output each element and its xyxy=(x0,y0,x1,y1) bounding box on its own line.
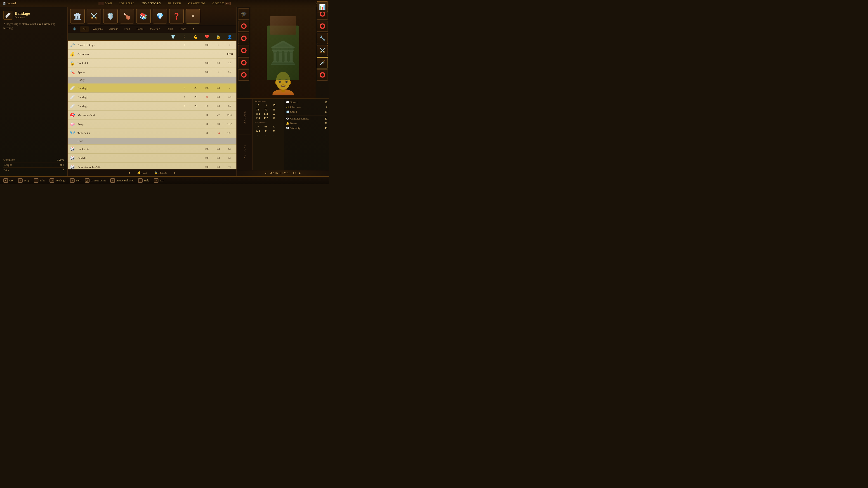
filter-food[interactable]: Food xyxy=(122,26,133,32)
action-use[interactable]: ✕ Use xyxy=(3,178,13,183)
speed-label: 💨 Speed xyxy=(286,110,297,113)
filter-quest[interactable]: Quest xyxy=(164,26,176,32)
item-name: Groschen xyxy=(78,53,179,56)
filter-armour[interactable]: Armour xyxy=(106,26,121,32)
outfit-label: Change outfit xyxy=(91,179,106,182)
stats-main: ARMOUR WEAPONS Armour stats 13 14 15 78 … xyxy=(237,99,329,170)
speech-value: 10 xyxy=(324,101,327,104)
filter-other[interactable]: Other xyxy=(177,26,188,32)
sort-col-type[interactable]: 👕 xyxy=(167,35,179,39)
nav-map[interactable]: L2 MAP xyxy=(98,2,112,5)
equip-slot-hand[interactable]: ⭕ xyxy=(238,57,249,68)
sort-col-count[interactable]: # xyxy=(179,35,190,39)
list-item[interactable]: 🧼 Soap 0 80 16.2 xyxy=(68,120,237,129)
list-item[interactable]: 🩹 Bandage 4 25 40 0.1 0.8 xyxy=(68,93,237,102)
list-item[interactable]: 💰 Groschen 457.8 xyxy=(68,50,237,59)
list-item[interactable]: 🎲 Saint Antiochus' die 100 0.1 70 xyxy=(68,163,237,169)
list-item-selected[interactable]: 🩹 Bandage 6 25 100 0.1 2 xyxy=(68,84,237,93)
cat-materials[interactable]: 💎 xyxy=(153,9,167,24)
action-help[interactable]: □ Help xyxy=(138,178,149,183)
selected-item-header: 🩹 Bandage Ointment xyxy=(3,11,64,20)
nav-prev-level[interactable]: ◄ xyxy=(264,171,268,175)
stat-speech: 💬 Speech 10 xyxy=(286,100,327,105)
cat-all[interactable]: 🏛️ xyxy=(70,9,85,24)
sort-col-lock[interactable]: 🔒 xyxy=(213,35,224,39)
equip-slot-head[interactable]: 🎓 xyxy=(238,8,249,20)
nav-player[interactable]: PLAYER xyxy=(168,2,181,5)
cat-quest[interactable]: ❓ xyxy=(169,9,184,24)
cat-other[interactable]: ✦ xyxy=(186,9,200,24)
nav-crafting[interactable]: CRAFTING xyxy=(188,2,206,5)
conspicuousness-label: 👁️ Conspicuousness xyxy=(286,117,309,121)
list-item[interactable]: 🗝️ Bunch of keys 3 100 0 0 xyxy=(68,41,237,50)
action-sort[interactable]: ↕ Sort xyxy=(70,178,81,183)
price-value: 2 xyxy=(63,168,64,172)
filter-books[interactable]: Books xyxy=(134,26,146,32)
nav-prev-icon[interactable]: ◄ xyxy=(128,171,130,175)
item-col4: 0.1 xyxy=(213,95,224,99)
equipment-area: 🎓 ⭕ ⭕ ⭕ ⭕ ⭕ 🏛️ 🧑‍🦲 ⭕ ⭕ 🔧 ⚔️ xyxy=(237,7,329,98)
equip-slot-ring[interactable]: ⭕ xyxy=(238,69,249,80)
filter-extra[interactable]: ✦ xyxy=(190,26,197,32)
nav-next-level[interactable]: ► xyxy=(299,171,302,175)
action-headings[interactable]: L3 Headings xyxy=(50,178,66,183)
speech-label: 💬 Speech xyxy=(286,101,298,104)
equip-slot-neck[interactable]: ⭕ xyxy=(238,21,249,32)
list-item[interactable]: 🎲 Odd die 100 0.1 50 xyxy=(68,154,237,163)
top-right-button[interactable]: 📊 xyxy=(317,1,328,12)
equip-slot-weapon2[interactable]: ⭕ xyxy=(317,69,328,80)
item-col4: 0.1 xyxy=(213,165,224,169)
list-item[interactable]: 🪡 Tailor's kit 0 34 10.5 xyxy=(68,129,237,138)
nav-inventory[interactable]: INVENTORY xyxy=(142,2,161,5)
character-display: 🏛️ 🧑‍🦲 xyxy=(250,7,315,98)
bottom-actions: ✕ Use ○ Drop L1 R1 Tabs L3 Headings ↕ So… xyxy=(3,178,164,183)
action-belt-slot[interactable]: ® Active Belt Slot xyxy=(110,178,133,183)
cat-food[interactable]: 🍗 xyxy=(120,9,134,24)
equip-slot-shoulder[interactable]: ⭕ xyxy=(238,33,249,44)
equip-slot-bracers[interactable]: ⭕ xyxy=(317,21,328,32)
nav-next-icon[interactable]: ► xyxy=(174,171,177,175)
item-icon: 🎯 xyxy=(69,112,76,119)
list-item[interactable]: 🪛 Spade 100 7 6.7 xyxy=(68,68,237,77)
item-col4-red: 34 xyxy=(213,131,224,135)
sort-col-person[interactable]: 👤 xyxy=(224,35,235,39)
list-item[interactable]: 🎯 Marksman's kit 0 77 26.9 xyxy=(68,111,237,120)
item-col3: 100 xyxy=(202,61,213,65)
sort-col-health[interactable]: ❤️ xyxy=(202,35,213,39)
cat-armour[interactable]: 🛡️ xyxy=(103,9,118,24)
cat-books[interactable]: 📚 xyxy=(136,9,151,24)
nav-codex[interactable]: CODEX R2 xyxy=(213,2,230,5)
nav-items: L2 MAP JOURNAL INVENTORY PLAYER CRAFTING… xyxy=(98,2,230,5)
item-name: Marksman's kit xyxy=(78,113,179,117)
item-col3-red: 40 xyxy=(202,95,213,99)
item-col5: 12 xyxy=(224,61,235,65)
filter-materials[interactable]: Materials xyxy=(147,26,163,32)
sort-col-weight[interactable]: 💪 xyxy=(190,35,202,39)
action-drop[interactable]: ○ Drop xyxy=(18,178,30,183)
filter-tabs: ⚖️ All Weapons Armour Food Books Materia… xyxy=(68,25,237,33)
equip-slot-weapon1[interactable]: 🗡️ xyxy=(317,57,328,68)
stat-charisma: ✨ Charisma 7 xyxy=(286,105,327,109)
equip-slot-chest[interactable]: ⭕ xyxy=(238,45,249,56)
list-item[interactable]: 🩹 Bandage 8 25 88 0.1 1.7 xyxy=(68,102,237,111)
filter-weapons[interactable]: Weapons xyxy=(90,26,105,32)
section-header-utility: Utility xyxy=(68,77,237,84)
equip-slot-legs[interactable]: 🔧 xyxy=(317,33,328,44)
filter-sort-icon[interactable]: ⚖️ xyxy=(70,26,79,32)
item-name: Soap xyxy=(78,123,179,126)
cat-weapons[interactable]: ⚔️ xyxy=(87,9,101,24)
item-col3: 88 xyxy=(202,104,213,108)
item-name: Bandage xyxy=(78,86,179,90)
action-change-outfit[interactable]: △ Change outfit xyxy=(85,178,106,183)
filter-all[interactable]: All xyxy=(80,26,89,32)
section-label: Utility xyxy=(78,78,235,82)
item-icon: 🗝️ xyxy=(69,42,76,48)
list-item[interactable]: 🔓 Lockpick 100 0.1 12 xyxy=(68,59,237,68)
nav-journal[interactable]: JOURNAL xyxy=(119,2,135,5)
equip-slot-boots[interactable]: ⚔️ xyxy=(317,45,328,56)
list-item[interactable]: 🎲 Lucky die 100 0.1 60 xyxy=(68,144,237,154)
selected-item-name: Bandage xyxy=(15,11,30,16)
action-exit[interactable]: ○ Exit xyxy=(154,178,164,183)
item-list[interactable]: 🗝️ Bunch of keys 3 100 0 0 💰 Groschen 45… xyxy=(68,41,237,169)
action-tabs[interactable]: L1 R1 Tabs xyxy=(34,178,45,183)
